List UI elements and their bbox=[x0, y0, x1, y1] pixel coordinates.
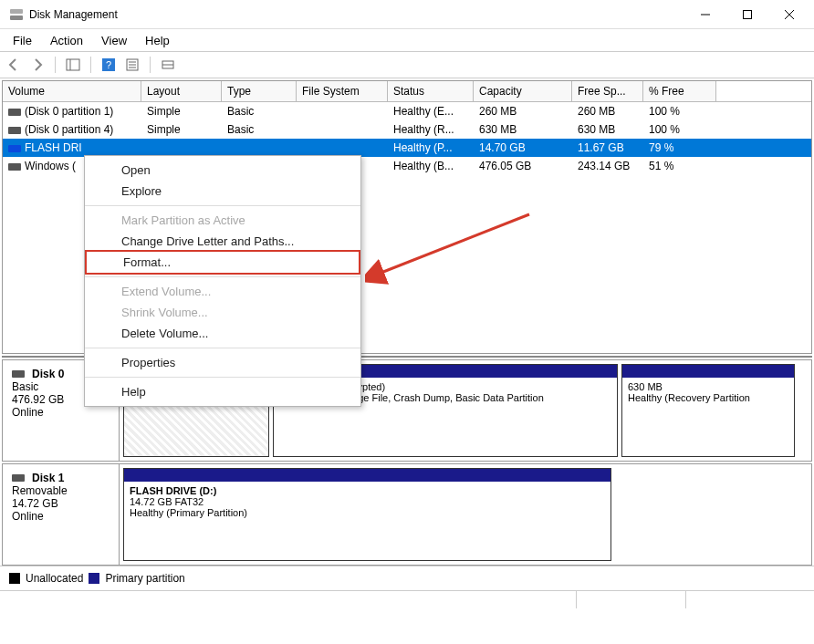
disk-name: Disk 0 bbox=[32, 368, 64, 380]
properties-button[interactable] bbox=[122, 55, 142, 75]
svg-text:?: ? bbox=[106, 59, 111, 70]
disk-panel-1: Disk 1 Removable 14.72 GB Online FLASH D… bbox=[2, 463, 812, 566]
disk-info[interactable]: Disk 1 Removable 14.72 GB Online bbox=[3, 464, 120, 565]
menu-separator bbox=[85, 377, 360, 378]
volume-icon bbox=[8, 163, 21, 171]
menu-format[interactable]: Format... bbox=[85, 250, 360, 275]
cell-status: Healthy (R... bbox=[388, 122, 474, 137]
status-bar bbox=[0, 590, 814, 608]
disk-icon bbox=[12, 474, 25, 482]
cell-fs bbox=[297, 122, 388, 137]
cell-volume: (Disk 0 partition 4) bbox=[25, 123, 113, 136]
menu-help[interactable]: Help bbox=[85, 381, 360, 402]
volume-box[interactable]: FLASH DRIVE (D:) 14.72 GB FAT32 Healthy … bbox=[123, 468, 611, 561]
volume-header-bar bbox=[124, 469, 610, 482]
cell-layout: Simple bbox=[141, 122, 222, 137]
svg-rect-6 bbox=[67, 59, 79, 70]
toolbar-separator bbox=[55, 57, 56, 73]
cell-type: Basic bbox=[222, 122, 297, 137]
back-button[interactable] bbox=[4, 55, 24, 75]
col-capacity[interactable]: Capacity bbox=[474, 81, 572, 101]
cell-free: 11.67 GB bbox=[572, 140, 643, 155]
cell-status: Healthy (E... bbox=[388, 104, 474, 119]
cell-fs bbox=[297, 140, 388, 155]
cell-status: Healthy (B... bbox=[388, 159, 474, 173]
vol-line3: Healthy (Recovery Partition bbox=[628, 392, 788, 403]
cell-status: Healthy (P... bbox=[388, 140, 474, 155]
cell-layout: Simple bbox=[141, 104, 222, 119]
legend-swatch-unallocated bbox=[9, 573, 20, 584]
legend-unallocated: Unallocated bbox=[26, 572, 83, 585]
cell-pct: 100 % bbox=[643, 122, 716, 137]
menu-explore[interactable]: Explore bbox=[85, 181, 360, 202]
show-hide-tree-button[interactable] bbox=[63, 55, 83, 75]
col-status[interactable]: Status bbox=[388, 81, 474, 101]
vol-line3: Healthy (Primary Partition) bbox=[130, 507, 605, 518]
col-free[interactable]: Free Sp... bbox=[572, 81, 643, 101]
legend: Unallocated Primary partition bbox=[0, 566, 814, 590]
toolbar-separator bbox=[150, 57, 151, 73]
cell-type bbox=[222, 140, 297, 155]
menu-delete-volume[interactable]: Delete Volume... bbox=[85, 323, 360, 344]
menu-change-drive-letter[interactable]: Change Drive Letter and Paths... bbox=[85, 231, 360, 252]
toolbar: ? bbox=[0, 51, 814, 78]
disk-layout: FLASH DRIVE (D:) 14.72 GB FAT32 Healthy … bbox=[120, 464, 811, 565]
disk-name: Disk 1 bbox=[32, 472, 64, 484]
volume-box[interactable]: 630 MB Healthy (Recovery Partition bbox=[621, 364, 795, 457]
menu-mark-active: Mark Partition as Active bbox=[85, 210, 360, 231]
help-button[interactable]: ? bbox=[99, 55, 119, 75]
minimize-button[interactable] bbox=[684, 0, 726, 29]
svg-rect-3 bbox=[744, 10, 752, 18]
cell-volume: (Disk 0 partition 1) bbox=[25, 105, 113, 118]
disk-icon bbox=[12, 370, 25, 378]
cell-capacity: 630 MB bbox=[474, 122, 572, 137]
menu-view[interactable]: View bbox=[92, 32, 136, 49]
menu-help[interactable]: Help bbox=[136, 32, 179, 49]
col-type[interactable]: Type bbox=[222, 81, 297, 101]
forward-button[interactable] bbox=[27, 55, 47, 75]
vol-line2: 14.72 GB FAT32 bbox=[130, 496, 605, 507]
status-cell bbox=[686, 591, 814, 608]
svg-rect-0 bbox=[10, 16, 23, 20]
volume-header-bar bbox=[622, 365, 794, 378]
menu-file[interactable]: File bbox=[4, 32, 41, 49]
vol-line2: 630 MB bbox=[628, 381, 788, 392]
volume-icon bbox=[8, 127, 21, 134]
cell-pct: 100 % bbox=[643, 104, 716, 119]
table-row[interactable]: (Disk 0 partition 1) Simple Basic Health… bbox=[3, 102, 811, 120]
table-row-selected[interactable]: FLASH DRI Healthy (P... 14.70 GB 11.67 G… bbox=[3, 139, 811, 157]
col-filesystem[interactable]: File System bbox=[297, 81, 388, 101]
legend-swatch-primary bbox=[89, 573, 99, 584]
list-button[interactable] bbox=[158, 55, 178, 75]
disk-state: Online bbox=[12, 510, 110, 523]
close-button[interactable] bbox=[768, 0, 810, 29]
cell-capacity: 14.70 GB bbox=[474, 140, 572, 155]
disk-type: Removable bbox=[12, 484, 110, 497]
cell-volume: FLASH DRI bbox=[25, 141, 82, 154]
cell-free: 243.14 GB bbox=[572, 159, 643, 173]
cell-capacity: 476.05 GB bbox=[474, 159, 572, 173]
menu-action[interactable]: Action bbox=[41, 32, 92, 49]
col-pctfree[interactable]: % Free bbox=[643, 81, 716, 101]
toolbar-separator bbox=[90, 57, 91, 73]
title-bar: Disk Management bbox=[0, 0, 814, 29]
disk-size: 14.72 GB bbox=[12, 497, 110, 510]
menu-properties[interactable]: Properties bbox=[85, 352, 360, 373]
menu-extend-volume: Extend Volume... bbox=[85, 281, 360, 302]
cell-volume: Windows ( bbox=[25, 160, 76, 172]
cell-free: 630 MB bbox=[572, 122, 643, 137]
menu-open[interactable]: Open bbox=[85, 160, 360, 181]
cell-pct: 79 % bbox=[643, 140, 716, 155]
vol-line1: FLASH DRIVE (D:) bbox=[130, 485, 605, 496]
col-layout[interactable]: Layout bbox=[141, 81, 222, 101]
col-volume[interactable]: Volume bbox=[3, 81, 141, 101]
table-row[interactable]: (Disk 0 partition 4) Simple Basic Health… bbox=[3, 120, 811, 139]
status-cell bbox=[577, 591, 686, 608]
cell-free: 260 MB bbox=[572, 104, 643, 119]
menu-shrink-volume: Shrink Volume... bbox=[85, 302, 360, 323]
app-icon bbox=[9, 7, 24, 22]
menu-bar: File Action View Help bbox=[0, 29, 814, 51]
maximize-button[interactable] bbox=[726, 0, 768, 29]
cell-fs bbox=[297, 104, 388, 119]
cell-pct: 51 % bbox=[643, 159, 716, 173]
